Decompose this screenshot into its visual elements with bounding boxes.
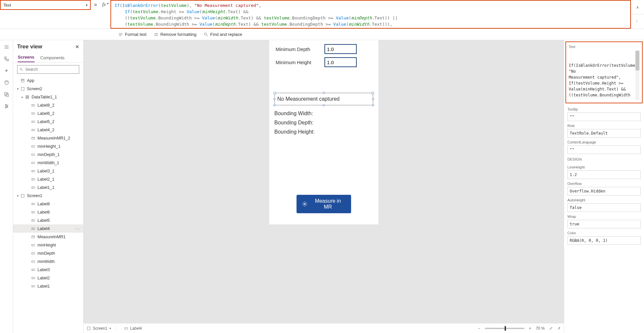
tree-node-Label1_1[interactable]: Label1_1 [13,183,83,192]
tree-node-label: Label2 [37,276,50,280]
zoom-slider[interactable] [485,328,524,329]
tree-node-Label5_2[interactable]: Label5_2 [13,117,83,126]
tree-node-Label3_1[interactable]: Label3_1 [13,167,83,175]
data-icon[interactable] [4,80,10,86]
prop-autoheight-value[interactable]: false [567,203,641,212]
tree-node-minDepth[interactable]: minDepth [13,249,83,257]
prop-lineheight-value[interactable]: 1.2 [567,170,641,179]
prop-tooltip-value[interactable]: "" [567,113,641,121]
bounding-width-label: Bounding Width: [274,111,315,116]
tree-node-Label6[interactable]: Label6 [13,208,83,216]
expand-icon[interactable]: ▾ [16,194,20,197]
tree-node-Label1[interactable]: Label1 [13,282,83,290]
measure-in-mr-button[interactable]: Measure in MR [297,195,351,213]
fx-label[interactable]: fx▾ [100,0,110,29]
prop-role-value[interactable]: TextRole.Default [567,129,641,138]
expand-icon[interactable]: ▾ [16,87,20,90]
prop-lang-label: ContentLanguage [564,138,644,145]
tree-node-Label5[interactable]: Label5 [13,216,83,224]
prop-text-value[interactable]: If(IsBlankOrError(testVolume), "No Measu… [569,51,639,100]
tree-node-label: Label1 [37,284,50,289]
tree-node-Label8[interactable]: Label8 [13,200,83,208]
tab-components[interactable]: Components [40,55,65,62]
tree-node-Label4[interactable]: Label4 ··· [13,224,83,233]
hamburger-icon[interactable] [4,44,10,50]
tree-node-Label3[interactable]: Label3 [13,266,83,274]
settings-icon[interactable] [4,103,10,109]
text-scrollbar[interactable] [635,51,639,100]
tree-node-Label8_2[interactable]: Label8_2 [13,101,83,109]
tree-node-Screen1[interactable]: ▾ Screen1 [13,192,83,200]
tree-search-input[interactable] [25,67,77,72]
more-icon[interactable]: ··· [75,226,80,231]
tree-view-title: Tree view [17,43,42,50]
input-icon [31,259,36,264]
tree-node-Label2[interactable]: Label2 [13,274,83,282]
prop-autoheight-label: AutoHeight [564,195,644,203]
tree-node-Label2_1[interactable]: Label2_1 [13,175,83,183]
formula-bar: Text ▾ = fx▾ If(IsBlankOrError(testVolum… [0,0,644,29]
tree-view-icon[interactable] [4,56,10,62]
formula-collapse-icon[interactable]: ∧ [631,0,644,14]
expand-icon[interactable]: ▸ [20,95,24,99]
app-canvas[interactable]: Minimum Depth Minimum Height No Measurem… [269,40,378,224]
tree-node-minHeight_1[interactable]: minHeight_1 [13,142,83,150]
svg-rect-11 [21,80,24,82]
property-selector[interactable]: Text ▾ [0,0,91,10]
screen-icon [20,87,25,91]
measure-icon [31,136,36,141]
tree-node-App[interactable]: App [13,76,83,85]
label-icon [31,103,36,108]
properties-panel: Text If(IsBlankOrError(testVolume), "No … [564,40,644,333]
tree-search[interactable] [17,65,79,74]
breadcrumb-control[interactable]: Label4 [124,326,142,331]
prop-overflow-value[interactable]: Overflow.Hidden [567,187,641,195]
zoom-out-icon[interactable]: − [478,326,480,331]
selected-label-text: No Measurement captured [277,96,340,102]
breadcrumb-screen[interactable]: Screen1▾ [87,326,111,331]
bounding-depth-label: Bounding Depth: [274,120,315,126]
tree-node-minWidth_1[interactable]: minWidth_1 [13,159,83,167]
formula-expand-icon[interactable]: 〉 [631,14,644,29]
svg-rect-10 [21,79,24,80]
svg-rect-39 [125,327,128,329]
prop-tooltip-label: Tooltip [564,105,644,113]
tab-screens[interactable]: Screens [18,55,35,62]
formula-editor[interactable]: If(IsBlankOrError(testVolume), "No Measu… [110,0,631,29]
tree-node-DataTable1_1[interactable]: ▸ DataTable1_1 [13,93,83,101]
input-icon [31,144,36,149]
tree-node-minHeight[interactable]: minHeight [13,241,83,249]
min-height-input[interactable] [324,57,357,67]
popout-icon[interactable]: ↗ [557,326,561,331]
find-replace-button[interactable]: Find and replace [204,32,242,37]
fit-to-window-icon[interactable]: ⤢ [549,326,553,331]
tree-node-minDepth_1[interactable]: minDepth_1 [13,150,83,159]
prop-color-label: Color [564,228,644,236]
tree-node-Label6_2[interactable]: Label6_2 [13,109,83,117]
svg-point-0 [204,33,206,35]
svg-point-3 [5,81,8,82]
label-icon [31,119,36,124]
prop-lang-value[interactable]: "" [567,145,641,154]
close-icon[interactable]: ✕ [75,44,79,49]
tree-node-Label4_2[interactable]: Label4_2 [13,126,83,134]
tree-view-panel: Tree view ✕ Screens Components App ▾ Scr… [13,40,83,333]
tree-node-label: App [27,78,34,83]
prop-wrap-value[interactable]: true [567,220,641,228]
tree-node-MeasureInMR1_2[interactable]: MeasureInMR1_2 [13,134,83,142]
media-icon[interactable] [4,91,10,97]
tree-node-minWidth[interactable]: minWidth [13,257,83,266]
selected-label-control[interactable]: No Measurement captured [274,93,373,105]
insert-icon[interactable]: + [4,68,10,74]
min-depth-input[interactable] [324,44,357,54]
tree-node-Screen2[interactable]: ▾ Screen2 [13,85,83,93]
format-text-button[interactable]: Format text [118,32,147,37]
tree-node-MeasureInMR1[interactable]: MeasureInMR1 [13,233,83,241]
zoom-in-icon[interactable]: + [529,326,531,331]
remove-formatting-button[interactable]: Remove formatting [154,32,197,37]
label-icon [31,169,36,173]
tree-list: App ▾ Screen2 ▸ DataTable1_1 Label8_2 La… [13,76,83,333]
app-icon [20,78,25,83]
equals-sign: = [91,0,100,29]
prop-color-value[interactable]: RGBA(0, 0, 0, 1) [567,236,641,245]
